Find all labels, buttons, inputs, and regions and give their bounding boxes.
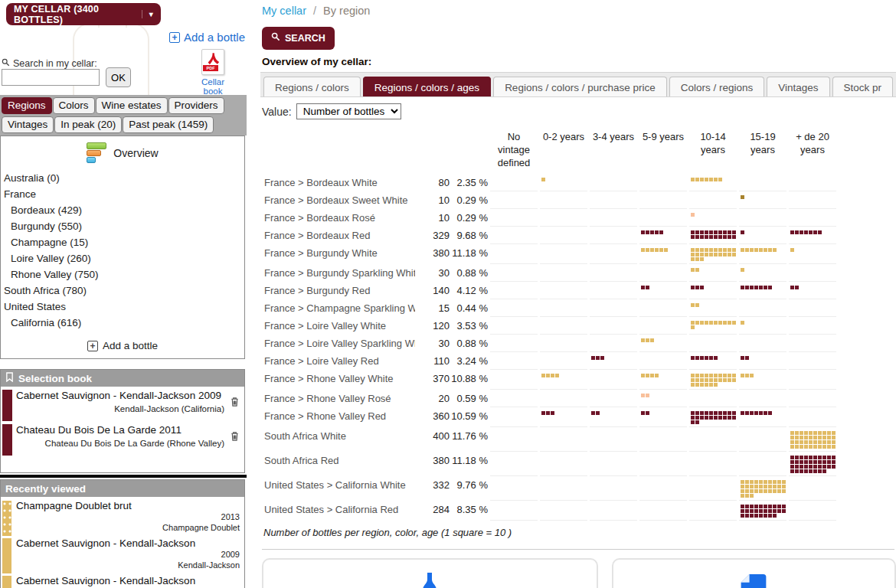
bottle-square bbox=[646, 286, 649, 289]
value-select[interactable]: Number of bottles bbox=[296, 103, 401, 119]
bottle-square bbox=[551, 374, 554, 377]
row-region-label[interactable]: France > Loire Valley Red bbox=[264, 352, 415, 370]
wine-title[interactable]: Cabernet Sauvignon - Kendall-Jackson bbox=[16, 537, 240, 549]
wine-title[interactable]: Cabernet Sauvignon - Kendall-Jackson 200… bbox=[16, 390, 224, 401]
sidebar-tab-vintages[interactable]: Vintages bbox=[2, 116, 54, 133]
bottle-square bbox=[764, 505, 767, 508]
tab-colors-regions[interactable]: Colors / regions bbox=[669, 77, 765, 97]
row-region-label[interactable]: South Africa Red bbox=[264, 452, 415, 476]
wine-title[interactable]: Chateau Du Bois De La Garde 2011 bbox=[16, 424, 224, 436]
sidebar-tab-providers[interactable]: Providers bbox=[168, 97, 224, 114]
row-region-label[interactable]: United States > California Red bbox=[264, 501, 415, 521]
recently-viewed-item[interactable]: Cabernet Sauvignon - Kendall-Jackson bbox=[1, 572, 244, 588]
add-a-bottle-link-bottom[interactable]: + Add a bottle bbox=[1, 340, 244, 351]
row-region-label[interactable]: France > Bordeaux Rosé bbox=[264, 209, 415, 227]
age-cell bbox=[540, 501, 587, 521]
bottle-square bbox=[695, 416, 699, 420]
sidebar-region-item[interactable]: Champagne (15) bbox=[1, 234, 244, 250]
row-region-label[interactable]: France > Bordeaux Sweet White bbox=[264, 191, 415, 209]
sidebar-region-item[interactable]: California (616) bbox=[1, 315, 244, 331]
sidebar-tab-strip: RegionsColorsWine estatesProviders Vinta… bbox=[0, 95, 247, 136]
bottle-square bbox=[650, 338, 654, 342]
bottle-square bbox=[800, 230, 803, 234]
wine-title[interactable]: Champagne Doublet brut bbox=[16, 500, 240, 511]
trash-icon[interactable] bbox=[230, 430, 240, 445]
row-region-label[interactable]: France > Burgundy White bbox=[264, 244, 415, 264]
add-a-bottle-link-top[interactable]: + Add a bottle bbox=[169, 31, 245, 44]
search-ok-button[interactable]: OK bbox=[106, 67, 131, 87]
row-region-label[interactable]: France > Rhone Valley White bbox=[264, 370, 415, 390]
bottle-square bbox=[750, 494, 754, 498]
breadcrumb: My cellar / By region bbox=[262, 5, 896, 17]
bottle-square bbox=[714, 374, 718, 377]
recently-viewed-item[interactable]: Cabernet Sauvignon - Kendall-Jackson2009… bbox=[1, 534, 244, 572]
bottle-square bbox=[741, 321, 744, 325]
search-button[interactable]: SEARCH bbox=[262, 27, 335, 50]
bottle-square bbox=[695, 303, 699, 307]
bottle-square bbox=[741, 411, 744, 415]
tab-vintages[interactable]: Vintages bbox=[767, 77, 829, 97]
row-region-label[interactable]: France > Champagne Sparkling White bbox=[264, 299, 415, 317]
sidebar-tab-in-peak-20[interactable]: In peak (20) bbox=[54, 116, 122, 133]
region-list: Australia (0)FranceBordeaux (429)Burgund… bbox=[1, 170, 244, 331]
row-region-label[interactable]: France > Burgundy Sparkling White bbox=[264, 264, 415, 282]
sidebar-region-item[interactable]: South Africa (780) bbox=[1, 283, 244, 299]
age-cell bbox=[590, 244, 637, 264]
wine-title[interactable]: Cabernet Sauvignon - Kendall-Jackson bbox=[16, 575, 240, 586]
bottle-square bbox=[809, 440, 813, 444]
age-cell bbox=[789, 244, 836, 264]
sidebar-tab-regions[interactable]: Regions bbox=[2, 97, 52, 114]
bottle-square bbox=[691, 383, 695, 387]
bottle-square bbox=[741, 489, 744, 493]
bottle-square bbox=[695, 378, 699, 382]
age-cell bbox=[540, 407, 587, 427]
row-percent: 9.68 % bbox=[450, 227, 488, 244]
trash-icon[interactable] bbox=[230, 396, 240, 410]
cellar-search-input[interactable] bbox=[2, 69, 100, 86]
sidebar-region-item[interactable]: Loire Valley (260) bbox=[1, 250, 244, 266]
breadcrumb-my-cellar-link[interactable]: My cellar bbox=[262, 5, 306, 17]
sidebar-tab-wine-estates[interactable]: Wine estates bbox=[96, 97, 168, 114]
bottle-square bbox=[777, 480, 781, 484]
tab-regions-colors-purchase-price[interactable]: Regions / colors / purchase price bbox=[493, 77, 667, 97]
bottle-square bbox=[813, 460, 817, 464]
document-card[interactable] bbox=[612, 558, 896, 588]
age-cell bbox=[639, 209, 687, 227]
sidebar-region-item[interactable]: Australia (0) bbox=[1, 170, 244, 186]
sidebar-region-item[interactable]: United States bbox=[1, 299, 244, 315]
cellar-book-link[interactable]: PDF Cellar book bbox=[193, 49, 233, 96]
sidebar-region-item[interactable]: Burgundy (550) bbox=[1, 218, 244, 234]
my-cellar-dropdown-button[interactable]: MY CELLAR (3400 BOTTLES) ▾ bbox=[6, 3, 161, 25]
row-region-label[interactable]: France > Loire Valley Sparkling White bbox=[264, 335, 415, 352]
tab-stock-pr[interactable]: Stock pr bbox=[832, 77, 894, 97]
sidebar-region-item[interactable]: Bordeaux (429) bbox=[1, 202, 244, 218]
row-region-label[interactable]: France > Burgundy Red bbox=[264, 282, 415, 299]
tab-regions-colors-ages[interactable]: Regions / colors / ages bbox=[363, 77, 491, 97]
recently-viewed-item[interactable]: Champagne Doublet brut2013Champagne Doub… bbox=[1, 497, 244, 534]
bottle-square bbox=[695, 248, 699, 252]
row-region-label[interactable]: France > Bordeaux Red bbox=[264, 227, 415, 244]
row-region-label[interactable]: France > Rhone Valley Red bbox=[264, 407, 415, 427]
selection-book-item[interactable]: Chateau Du Bois De La Garde 2011Chateau … bbox=[1, 421, 244, 456]
bottle-card[interactable] bbox=[262, 558, 598, 588]
sidebar-region-item[interactable]: France bbox=[1, 186, 244, 202]
row-region-label[interactable]: France > Bordeaux White bbox=[264, 174, 415, 191]
tab-regions-colors[interactable]: Regions / colors bbox=[263, 77, 361, 97]
age-cell bbox=[590, 427, 637, 452]
bottle-square bbox=[691, 411, 695, 415]
row-region-label[interactable]: France > Rhone Valley Rosé bbox=[264, 390, 415, 407]
bottle-square bbox=[768, 248, 772, 252]
add-a-bottle-label: Add a bottle bbox=[184, 31, 245, 44]
row-region-label[interactable]: South Africa White bbox=[264, 427, 415, 452]
sidebar-tab-past-peak-1459[interactable]: Past peak (1459) bbox=[123, 116, 214, 133]
age-cell bbox=[490, 501, 538, 521]
my-cellar-label: MY CELLAR (3400 BOTTLES) bbox=[14, 4, 136, 25]
sidebar-tab-colors[interactable]: Colors bbox=[53, 97, 95, 114]
overview-link[interactable]: Overview bbox=[1, 142, 244, 163]
bottle-square bbox=[759, 509, 763, 513]
bottle-square bbox=[714, 383, 718, 387]
row-region-label[interactable]: France > Loire Valley White bbox=[264, 317, 415, 335]
sidebar-region-item[interactable]: Rhone Valley (750) bbox=[1, 266, 244, 283]
selection-book-item[interactable]: Cabernet Sauvignon - Kendall-Jackson 200… bbox=[1, 387, 244, 421]
row-region-label[interactable]: United States > California White bbox=[264, 476, 415, 501]
